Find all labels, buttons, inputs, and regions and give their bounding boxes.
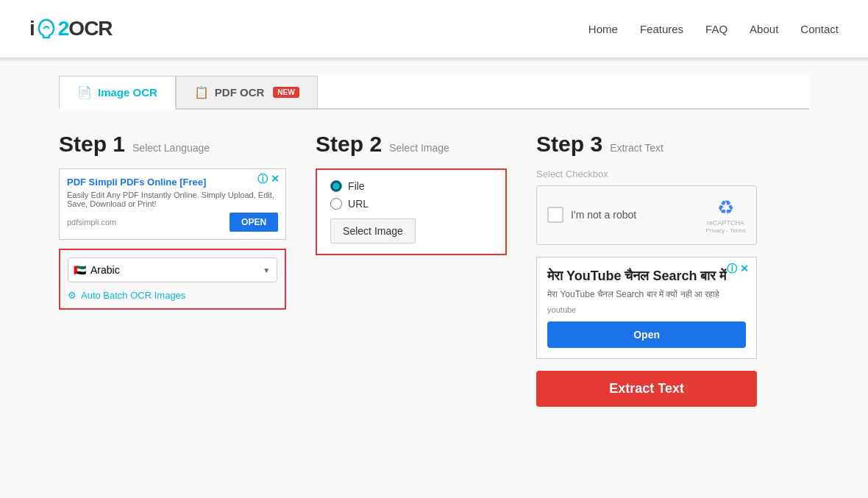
ad2-title: मेरा YouTube चैनल Search बार में: [547, 268, 746, 285]
tab-bar: 📄 Image OCR 📋 PDF OCR NEW: [59, 76, 809, 110]
language-select-container: 🇦🇪 Arabic English French German Spanish …: [68, 257, 277, 282]
recaptcha-logo-icon: ♻: [717, 196, 734, 219]
ad-domain: pdfsimpli.com: [67, 218, 116, 227]
nav-contact[interactable]: Contact: [800, 23, 839, 35]
image-tab-icon: 📄: [77, 85, 92, 99]
step3-block: Step 3 Extract Text Select Checkbox I'm …: [536, 132, 809, 407]
logo-2: 2: [58, 17, 69, 40]
ad-close-btn[interactable]: ✕: [271, 174, 280, 184]
step3-sub: Extract Text: [610, 142, 664, 154]
steps-container: Step 1 Select Language ⓘ ✕ PDF Simpli PD…: [59, 132, 809, 407]
ad-footer: pdfsimpli.com OPEN: [67, 213, 278, 232]
radio-file-input[interactable]: [330, 180, 342, 192]
ad2-domain: youtube: [547, 305, 746, 314]
step2-block: Step 2 Select Image File URL Select Imag…: [316, 132, 507, 255]
radio-file-label: File: [348, 180, 365, 192]
pdf-tab-icon: 📋: [194, 85, 209, 99]
radio-url-input[interactable]: [330, 198, 342, 210]
step1-block: Step 1 Select Language ⓘ ✕ PDF Simpli PD…: [59, 132, 286, 310]
main-content: 📄 Image OCR 📋 PDF OCR NEW Step 1 Select …: [0, 61, 868, 498]
step1-heading: Step 1 Select Language: [59, 132, 286, 157]
step3-number: Step 3: [536, 132, 602, 157]
ad-box-step1: ⓘ ✕ PDF Simpli PDFs Online [Free] Easily…: [59, 168, 286, 240]
nav-about[interactable]: About: [750, 23, 778, 35]
nav-faq[interactable]: FAQ: [705, 23, 728, 35]
nav-home[interactable]: Home: [588, 23, 618, 35]
recaptcha-links: Privacy - Terms: [705, 227, 746, 234]
radio-url-label: URL: [348, 198, 369, 210]
logo-ocr: OCR: [68, 17, 112, 40]
tab-image-label: Image OCR: [98, 86, 157, 99]
tab-pdf-label: PDF OCR: [215, 86, 265, 99]
main-nav: Home Features FAQ About Contact: [588, 23, 839, 35]
new-badge: NEW: [273, 87, 299, 98]
batch-ocr-link[interactable]: ⚙ Auto Batch OCR Images: [68, 290, 277, 301]
tab-image-ocr[interactable]: 📄 Image OCR: [59, 76, 176, 110]
ad-box2-controls: ⓘ ✕: [727, 263, 749, 274]
step2-heading: Step 2 Select Image: [316, 132, 507, 157]
ad-open-button[interactable]: OPEN: [230, 213, 278, 232]
step2-sub: Select Image: [389, 142, 449, 154]
batch-ocr-label: Auto Batch OCR Images: [81, 290, 185, 301]
language-select[interactable]: Arabic English French German Spanish Chi…: [68, 257, 277, 282]
step1-sub: Select Language: [132, 142, 210, 154]
step3-heading: Step 3 Extract Text: [536, 132, 809, 157]
radio-group: File URL: [330, 180, 492, 210]
ad-box2: ⓘ ✕ मेरा YouTube चैनल Search बार में मेर…: [536, 257, 757, 359]
step2-inner: File URL Select Image: [316, 168, 507, 255]
logo[interactable]: i 2 OCR: [29, 17, 113, 40]
nav-features[interactable]: Features: [640, 23, 683, 35]
recaptcha-box[interactable]: I'm not a robot ♻ reCAPTCHA Privacy - Te…: [536, 185, 757, 245]
select-image-button[interactable]: Select Image: [330, 218, 416, 243]
radio-file[interactable]: File: [330, 180, 492, 192]
language-select-wrapper: 🇦🇪 Arabic English French German Spanish …: [59, 249, 286, 310]
recaptcha-right: ♻ reCAPTCHA Privacy - Terms: [705, 196, 746, 234]
recaptcha-left: I'm not a robot: [547, 207, 636, 223]
ad2-desc: मेरा YouTube चैनल Search बार में क्यों न…: [547, 289, 746, 299]
logo-icon: [36, 18, 57, 39]
ad2-info-btn[interactable]: ⓘ: [727, 263, 737, 274]
gear-icon: ⚙: [68, 290, 77, 301]
step2-number: Step 2: [316, 132, 382, 157]
ad2-close-btn[interactable]: ✕: [740, 263, 749, 274]
recaptcha-checkbox[interactable]: [547, 207, 563, 223]
step1-number: Step 1: [59, 132, 125, 157]
ad-desc: Easily Edit Any PDF Instantly Online. Si…: [67, 191, 278, 208]
ad-title: PDF Simpli PDFs Online [Free]: [67, 177, 278, 188]
select-checkbox-label: Select Checkbox: [536, 168, 809, 179]
ad-controls: ⓘ ✕: [257, 174, 280, 184]
header: i 2 OCR Home Features FAQ About Contact: [0, 0, 868, 59]
ad2-open-button[interactable]: Open: [547, 321, 746, 348]
tab-pdf-ocr[interactable]: 📋 PDF OCR NEW: [176, 76, 318, 108]
radio-url[interactable]: URL: [330, 198, 492, 210]
extract-text-button[interactable]: Extract Text: [536, 371, 757, 407]
ad-info-btn[interactable]: ⓘ: [257, 174, 268, 184]
recaptcha-brand: reCAPTCHA: [707, 219, 744, 227]
logo-i: i: [29, 17, 35, 40]
recaptcha-text: I'm not a robot: [571, 209, 636, 221]
